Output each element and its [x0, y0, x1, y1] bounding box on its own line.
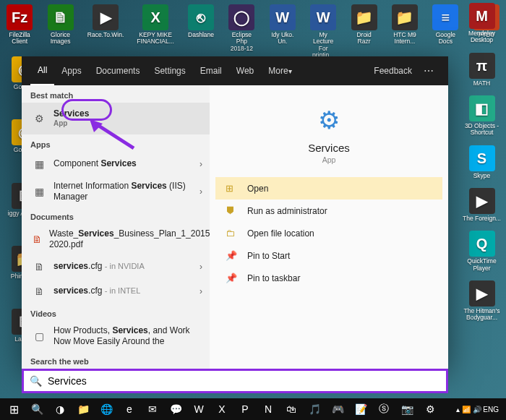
taskbar-button[interactable]: X: [211, 400, 233, 419]
desktop-icon[interactable]: WIdy Uko. Un.: [269, 4, 296, 59]
result-services-app[interactable]: ⚙ Services App: [22, 103, 210, 134]
taskbar-button[interactable]: 🔍: [26, 400, 48, 419]
desktop-icon[interactable]: ⎋Dashlane: [187, 4, 215, 59]
app-icon: ▦: [32, 184, 46, 199]
section-search-web: Search the web: [22, 351, 210, 369]
chevron-right-icon: ›: [200, 286, 202, 296]
chevron-right-icon: ›: [200, 187, 202, 197]
desktop-icon[interactable]: πMATH: [462, 53, 502, 87]
desktop-icon[interactable]: ◧3D Objects - Shortcut: [462, 95, 502, 137]
action-icon: 🗀: [226, 228, 239, 239]
app-icon: ▦: [32, 157, 46, 171]
tab-more[interactable]: More: [261, 56, 299, 85]
feedback-link[interactable]: Feedback: [366, 66, 419, 76]
desktop-icon[interactable]: 📁HTC M9 Intern...: [391, 4, 419, 59]
desktop-icon[interactable]: WMy Lecture For printin...: [309, 4, 337, 59]
taskbar-button[interactable]: 📷: [396, 400, 418, 419]
result-video[interactable]: ▢ How Products, Services, and Work Now M…: [22, 321, 210, 351]
desktop-icon[interactable]: SSkype: [462, 145, 502, 179]
taskbar-button[interactable]: 📁: [72, 400, 94, 419]
result-document[interactable]: 🗎 services.cfg - in NVIDIA ›: [22, 254, 210, 279]
search-tabs: AllAppsDocumentsSettingsEmailWebMore Fee…: [22, 56, 448, 85]
result-app[interactable]: ▦ Component Services ›: [22, 152, 210, 176]
search-input-box[interactable]: 🔍: [22, 369, 448, 393]
tab-email[interactable]: Email: [193, 56, 229, 85]
result-title: Services: [53, 108, 89, 119]
action-icon: 📌: [226, 250, 239, 261]
desktop-icon[interactable]: MMendeley Desktop: [462, 3, 502, 44]
section-best-match: Best match: [22, 85, 210, 103]
taskbar: ⊞🔍◑📁🌐e✉💬WXPN🛍🎵🎮📝ⓢ📷⚙ ▴ 📶 🔊 ENG: [0, 398, 506, 420]
details-title: Services: [210, 142, 448, 154]
tab-apps[interactable]: Apps: [54, 56, 88, 85]
gear-icon: ⚙: [32, 111, 46, 126]
result-subtitle: App: [53, 119, 202, 129]
result-document[interactable]: 🗎 Waste_Services_Business_Plan_1_2015-20…: [22, 224, 210, 254]
desktop-icon[interactable]: ◯Eclipse Php 2018-12: [228, 4, 255, 59]
desktop-icon[interactable]: QQuickTime Player: [462, 231, 502, 272]
tab-settings[interactable]: Settings: [147, 56, 192, 85]
document-icon: 🗎: [32, 232, 42, 247]
taskbar-button[interactable]: ⚙: [419, 400, 441, 419]
action-pin-to-taskbar[interactable]: 📌Pin to taskbar: [215, 267, 442, 289]
section-videos: Videos: [22, 304, 210, 321]
desktop-icon[interactable]: 🗎Glorice Images: [46, 4, 74, 59]
services-gear-icon: ⚙: [312, 103, 346, 137]
taskbar-button[interactable]: e: [119, 400, 140, 419]
taskbar-button[interactable]: 💬: [165, 400, 186, 419]
tab-web[interactable]: Web: [229, 56, 261, 85]
desktop-icon[interactable]: 📁Droid Razr: [350, 4, 377, 59]
results-list: Best match ⚙ Services App Apps ▦ Compone…: [22, 85, 210, 369]
desktop-icon[interactable]: FzFileZilla Client: [6, 4, 33, 59]
search-input[interactable]: [48, 375, 440, 387]
section-apps: Apps: [22, 134, 210, 152]
search-results-panel: AllAppsDocumentsSettingsEmailWebMore Fee…: [22, 56, 448, 369]
desktop-icon[interactable]: ▶The Hitman's Bodyguar...: [462, 280, 502, 322]
action-pin-to-start[interactable]: 📌Pin to Start: [215, 244, 442, 267]
taskbar-button[interactable]: 🌐: [95, 400, 117, 419]
chevron-right-icon: ›: [200, 159, 202, 169]
action-open-file-location[interactable]: 🗀Open file location: [215, 222, 442, 244]
taskbar-button[interactable]: 🎵: [304, 400, 325, 419]
taskbar-button[interactable]: 🛍: [280, 400, 302, 419]
search-icon: 🔍: [30, 375, 42, 387]
taskbar-button[interactable]: ✉: [142, 400, 163, 419]
action-run-as-administrator[interactable]: ⛊Run as administrator: [215, 200, 442, 222]
taskbar-button[interactable]: ⊞: [3, 400, 25, 419]
result-document[interactable]: 🗎 services.cfg - in INTEL ›: [22, 279, 210, 304]
tab-documents[interactable]: Documents: [89, 56, 147, 85]
more-options-icon[interactable]: ⋯: [419, 65, 439, 77]
taskbar-button[interactable]: 🎮: [327, 400, 348, 419]
action-icon: ⊞: [226, 183, 239, 194]
taskbar-button[interactable]: ⓢ: [373, 400, 395, 419]
document-icon: 🗎: [32, 284, 46, 299]
system-tray[interactable]: ▴ 📶 🔊 ENG: [456, 406, 503, 413]
taskbar-button[interactable]: W: [188, 400, 210, 419]
desktop-icon[interactable]: ≡Google Docs: [432, 4, 459, 59]
desktop-icon[interactable]: XKEPY MIKE FINANCIAL...: [137, 4, 173, 59]
action-icon: ⛊: [226, 205, 239, 216]
tab-all[interactable]: All: [30, 56, 54, 85]
desktop-icon[interactable]: ▶Race.To.Win.: [87, 4, 124, 59]
video-icon: ▢: [32, 329, 46, 343]
result-app[interactable]: ▦ Internet Information Services (IIS) Ma…: [22, 176, 210, 207]
taskbar-button[interactable]: P: [234, 400, 256, 419]
taskbar-button[interactable]: 📝: [350, 400, 372, 419]
action-icon: 📌: [226, 273, 239, 283]
details-subtitle: App: [210, 155, 448, 164]
details-pane: ⚙ Services App ⊞Open⛊Run as administrato…: [210, 85, 448, 369]
chevron-right-icon: ›: [200, 262, 202, 272]
document-icon: 🗎: [32, 260, 46, 274]
desktop-icon[interactable]: ▶The Foreign...: [462, 188, 502, 222]
taskbar-button[interactable]: ◑: [49, 400, 71, 419]
action-open[interactable]: ⊞Open: [215, 177, 442, 200]
section-documents: Documents: [22, 207, 210, 224]
taskbar-button[interactable]: N: [257, 400, 279, 419]
